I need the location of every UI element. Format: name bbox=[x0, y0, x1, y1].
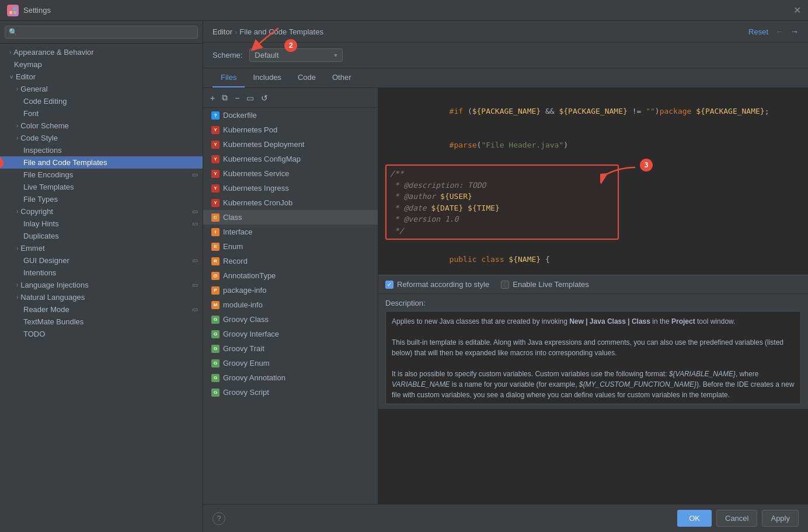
tabs-row: Files Includes Code Other bbox=[203, 68, 808, 88]
indicator-icon: ▭ bbox=[192, 306, 198, 313]
template-label: Enum bbox=[223, 242, 243, 251]
template-item-interface[interactable]: I Interface bbox=[203, 225, 378, 239]
sidebar-item-file-encodings[interactable]: File Encodings ▭ bbox=[0, 169, 203, 181]
sidebar-item-color-scheme[interactable]: › Color Scheme bbox=[0, 120, 203, 132]
sidebar-item-textmate[interactable]: TextMate Bundles bbox=[0, 316, 203, 328]
chevron-right-icon: › bbox=[9, 49, 11, 55]
sidebar-item-natural-languages[interactable]: › Natural Languages bbox=[0, 291, 203, 303]
tab-other[interactable]: Other bbox=[324, 68, 360, 88]
sidebar-item-copyright[interactable]: › Copyright ▭ bbox=[0, 205, 203, 218]
template-item-groovy-interface[interactable]: G Groovy Interface bbox=[203, 327, 378, 341]
template-item-dockerfile[interactable]: ? Dockerfile bbox=[203, 108, 378, 123]
sidebar-item-emmet[interactable]: › Emmet bbox=[0, 242, 203, 254]
sidebar-item-label: Inspections bbox=[23, 146, 62, 155]
search-input-wrap[interactable]: 🔍 bbox=[5, 26, 198, 38]
live-templates-label: Enable Live Templates bbox=[513, 280, 589, 289]
k8s-icon: Y bbox=[211, 141, 220, 149]
sidebar-item-appearance[interactable]: › Appearance & Behavior bbox=[0, 46, 203, 58]
sidebar-item-duplicates[interactable]: Duplicates bbox=[0, 230, 203, 242]
indicator-icon: ▭ bbox=[192, 257, 198, 264]
sidebar-item-code-style[interactable]: › Code Style bbox=[0, 132, 203, 144]
add-template-button[interactable]: + bbox=[208, 92, 217, 104]
template-item-module-info[interactable]: M module-info bbox=[203, 298, 378, 312]
sidebar-item-inspections[interactable]: Inspections bbox=[0, 144, 203, 156]
sidebar-item-language-injections[interactable]: › Language Injections ▭ bbox=[0, 279, 203, 291]
template-label: Kubernetes Service bbox=[223, 169, 289, 178]
cancel-button[interactable]: Cancel bbox=[716, 510, 757, 527]
sidebar-item-general[interactable]: › General bbox=[0, 83, 203, 95]
sidebar-item-intentions[interactable]: Intentions bbox=[0, 267, 203, 279]
sidebar-item-reader-mode[interactable]: Reader Mode ▭ bbox=[0, 303, 203, 316]
sidebar-item-code-editing[interactable]: Code Editing bbox=[0, 95, 203, 107]
template-item-k8s-service[interactable]: Y Kubernetes Service bbox=[203, 166, 378, 181]
tab-includes[interactable]: Includes bbox=[245, 68, 289, 88]
desc-paragraph-2: This built-in template is editable. Alon… bbox=[392, 337, 795, 358]
sidebar-item-editor[interactable]: ∨ Editor bbox=[0, 71, 203, 83]
sidebar-item-file-types[interactable]: File Types bbox=[0, 193, 203, 205]
code-line-8: */ bbox=[390, 225, 614, 237]
svg-rect-0 bbox=[9, 7, 12, 10]
reset-button[interactable]: Reset bbox=[748, 27, 768, 36]
template-item-groovy-annotation[interactable]: G Groovy Annotation bbox=[203, 370, 378, 385]
tab-files[interactable]: Files bbox=[213, 68, 245, 88]
forward-button[interactable]: → bbox=[790, 27, 799, 36]
template-item-package-info[interactable]: P package-info bbox=[203, 283, 378, 298]
help-button[interactable]: ? bbox=[213, 512, 225, 525]
template-item-k8s-deployment[interactable]: Y Kubernetes Deployment bbox=[203, 137, 378, 152]
template-label: AnnotationType bbox=[223, 271, 276, 280]
template-label: module-info bbox=[223, 300, 263, 309]
ok-button[interactable]: OK bbox=[677, 510, 712, 527]
template-item-k8s-ingress[interactable]: Y Kubernetes Ingress bbox=[203, 181, 378, 195]
template-item-k8s-cronjob[interactable]: Y Kubernetes CronJob bbox=[203, 195, 378, 210]
duplicate-template-button[interactable]: ▭ bbox=[244, 92, 256, 104]
template-item-class[interactable]: C Class bbox=[203, 210, 378, 225]
live-templates-checkbox[interactable]: Enable Live Templates bbox=[501, 280, 589, 289]
sidebar-item-live-templates[interactable]: Live Templates bbox=[0, 181, 203, 193]
apply-button[interactable]: Apply bbox=[762, 510, 799, 527]
template-item-record[interactable]: R Record bbox=[203, 254, 378, 268]
remove-template-button[interactable]: − bbox=[232, 92, 242, 104]
breadcrumb-part2: File and Code Templates bbox=[239, 27, 323, 36]
copy-template-button[interactable]: ⧉ bbox=[220, 92, 230, 104]
reset-template-button[interactable]: ↺ bbox=[259, 92, 270, 104]
sidebar-tree: › Appearance & Behavior Keymap ∨ Editor … bbox=[0, 44, 203, 532]
chevron-right-icon: › bbox=[16, 86, 18, 92]
sidebar-item-todo[interactable]: TODO bbox=[0, 328, 203, 340]
template-label: Groovy Annotation bbox=[223, 373, 285, 382]
template-item-groovy-script[interactable]: G Groovy Script bbox=[203, 385, 378, 400]
sidebar-item-gui-designer[interactable]: GUI Designer ▭ bbox=[0, 254, 203, 267]
dockerfile-icon: ? bbox=[211, 111, 220, 120]
sidebar-item-font[interactable]: Font bbox=[0, 107, 203, 120]
code-line-9: public class ${NAME} { bbox=[385, 242, 801, 275]
tab-code[interactable]: Code bbox=[290, 68, 324, 88]
back-button[interactable]: ← bbox=[775, 27, 783, 36]
template-item-k8s-pod[interactable]: Y Kubernetes Pod bbox=[203, 123, 378, 137]
search-icon: 🔍 bbox=[9, 28, 18, 36]
sidebar-item-inlay-hints[interactable]: Inlay Hints ▭ bbox=[0, 218, 203, 230]
template-item-k8s-configmap[interactable]: Y Kubernetes ConfigMap bbox=[203, 152, 378, 166]
description-label: Description: bbox=[385, 299, 801, 307]
sidebar-item-label: Code Editing bbox=[23, 97, 67, 106]
groovy-icon: G bbox=[211, 316, 220, 324]
sidebar-item-label: Keymap bbox=[14, 60, 42, 69]
desc-paragraph-3: It is also possible to specify custom va… bbox=[392, 369, 795, 400]
sidebar-item-label: Font bbox=[23, 109, 39, 118]
template-item-groovy-class[interactable]: G Groovy Class bbox=[203, 312, 378, 327]
template-item-groovy-enum[interactable]: G Groovy Enum bbox=[203, 356, 378, 370]
sidebar-item-keymap[interactable]: Keymap bbox=[0, 58, 203, 71]
k8s-icon: Y bbox=[211, 184, 220, 192]
code-line-6: * @date ${DATE} ${TIME} bbox=[390, 202, 614, 214]
chevron-right-icon: › bbox=[16, 123, 18, 129]
search-input[interactable] bbox=[20, 28, 194, 36]
template-item-annotationtype[interactable]: @ AnnotationType bbox=[203, 268, 378, 283]
reformat-checkbox[interactable]: ✓ Reformat according to style bbox=[385, 280, 489, 289]
desc-paragraph-1: Applies to new Java classes that are cre… bbox=[392, 316, 795, 327]
sidebar-item-file-code-templates[interactable]: File and Code Templates 1 bbox=[0, 156, 203, 169]
code-editor[interactable]: #if (${PACKAGE_NAME} && ${PACKAGE_NAME} … bbox=[378, 88, 808, 275]
template-item-groovy-trait[interactable]: G Groovy Trait bbox=[203, 341, 378, 356]
close-button[interactable]: ✕ bbox=[793, 5, 801, 16]
k8s-icon: Y bbox=[211, 126, 220, 134]
scheme-select[interactable]: Default bbox=[249, 48, 343, 62]
template-item-enum[interactable]: E Enum bbox=[203, 239, 378, 254]
sidebar-item-label: Duplicates bbox=[23, 232, 59, 240]
